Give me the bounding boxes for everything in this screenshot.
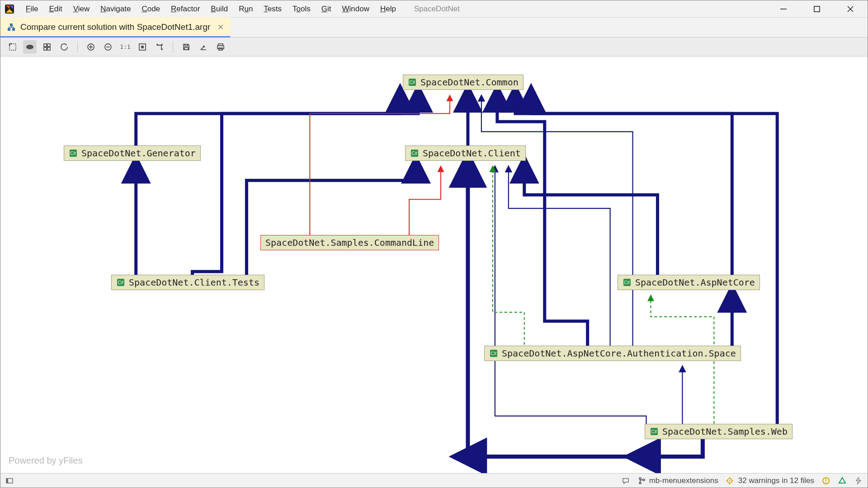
grid-button[interactable] (40, 40, 54, 54)
menu-build[interactable]: Build (205, 3, 233, 15)
menu-git[interactable]: Git (316, 3, 337, 15)
svg-rect-21 (141, 46, 144, 48)
toolbar-separator (173, 42, 173, 52)
svg-point-46 (639, 478, 641, 479)
inspection-indicator-icon[interactable] (821, 476, 830, 485)
svg-rect-45 (6, 479, 8, 483)
menu-refactor[interactable]: Refactor (165, 3, 205, 15)
node-spacedotnet-aspnetcore-auth[interactable]: C# SpaceDotNet.AspNetCore.Authentication… (484, 346, 741, 361)
node-spacedotnet-samples-commandline[interactable]: SpaceDotNet.Samples.CommandLine (260, 235, 439, 250)
actual-size-button[interactable]: 1:1 (118, 40, 132, 54)
svg-rect-2 (814, 6, 820, 12)
save-button[interactable] (179, 40, 193, 54)
menu-bar: File Edit View Navigate Code Refactor Bu… (0, 0, 868, 18)
diagram-canvas[interactable]: C# SpaceDotNet.Common C# SpaceDotNet.Gen… (0, 56, 868, 473)
chat-icon[interactable] (621, 476, 630, 485)
menu-file[interactable]: File (20, 3, 43, 15)
node-label: SpaceDotNet.Samples.CommandLine (265, 237, 434, 248)
node-spacedotnet-generator[interactable]: C# SpaceDotNet.Generator (64, 145, 201, 161)
svg-text:C#: C# (651, 429, 657, 434)
fit-screen-button[interactable] (136, 40, 149, 54)
svg-rect-25 (185, 44, 188, 46)
svg-text:C#: C# (118, 280, 124, 285)
csharp-project-icon: C# (408, 78, 417, 87)
zoom-in-button[interactable] (84, 40, 98, 54)
node-label: SpaceDotNet.Client (423, 148, 521, 159)
csharp-project-icon: C# (623, 278, 632, 287)
svg-text:C#: C# (412, 151, 418, 156)
menu-run[interactable]: Run (233, 3, 258, 15)
svg-rect-52 (826, 479, 826, 481)
edge-clienttests-common (193, 98, 418, 280)
svg-text:C#: C# (624, 280, 630, 285)
build-status-widget[interactable]: 32 warnings in 12 files (726, 476, 814, 485)
svg-rect-12 (47, 44, 50, 47)
lens-button[interactable]: 42 (23, 40, 37, 54)
csharp-project-icon: C# (69, 149, 78, 158)
csharp-project-icon: C# (116, 278, 125, 287)
window-minimize-button[interactable] (777, 3, 790, 15)
svg-rect-26 (184, 47, 188, 50)
node-label: SpaceDotNet.Client.Tests (129, 277, 259, 288)
zoom-out-button[interactable] (101, 40, 115, 54)
app-root: File Edit View Navigate Code Refactor Bu… (0, 0, 868, 488)
window-close-button[interactable] (844, 3, 857, 15)
svg-rect-14 (47, 47, 50, 50)
editor-tab-diagram[interactable]: Compare current solution with SpaceDotNe… (0, 17, 230, 37)
csharp-project-icon: C# (410, 149, 419, 158)
memory-indicator-icon[interactable] (854, 476, 863, 485)
svg-point-50 (729, 480, 730, 481)
node-spacedotnet-client-tests[interactable]: C# SpaceDotNet.Client.Tests (111, 275, 264, 290)
svg-text:C#: C# (71, 151, 76, 156)
menu-edit[interactable]: Edit (43, 3, 67, 15)
svg-text:C#: C# (410, 80, 415, 85)
svg-rect-11 (44, 44, 47, 47)
window-controls (777, 3, 864, 15)
resharper-icon[interactable] (838, 476, 847, 485)
menu-window[interactable]: Window (336, 3, 374, 15)
menu-tests[interactable]: Tests (258, 3, 287, 15)
layout-button[interactable] (153, 40, 166, 54)
edge-aspnetcore-common (515, 98, 732, 280)
svg-point-48 (643, 479, 645, 481)
warnings-label: 32 warnings in 12 files (738, 476, 814, 485)
editor-tab-row: Compare current solution with SpaceDotNe… (0, 18, 868, 38)
menu-navigate[interactable]: Navigate (95, 3, 136, 15)
status-bar: mb-menuextensions 32 warnings in 12 file… (0, 473, 868, 488)
svg-point-47 (639, 482, 641, 484)
selection-mode-button[interactable] (6, 40, 19, 54)
csharp-project-icon: C# (489, 349, 498, 358)
csharp-project-icon: C# (650, 427, 659, 436)
node-spacedotnet-samples-web[interactable]: C# SpaceDotNet.Samples.Web (645, 424, 793, 439)
editor-tab-close-icon[interactable]: ✕ (215, 23, 224, 32)
export-button[interactable] (197, 40, 210, 54)
node-label: SpaceDotNet.Common (420, 77, 519, 88)
svg-rect-13 (44, 47, 47, 50)
print-button[interactable] (214, 40, 227, 54)
tool-window-toggle-icon[interactable] (5, 476, 14, 485)
node-spacedotnet-client[interactable]: C# SpaceDotNet.Client (405, 145, 526, 161)
gear-warning-icon (726, 476, 735, 485)
node-spacedotnet-aspnetcore[interactable]: C# SpaceDotNet.AspNetCore (618, 275, 760, 290)
node-label: SpaceDotNet.Generator (81, 148, 196, 159)
window-maximize-button[interactable] (811, 3, 823, 15)
svg-rect-5 (8, 28, 10, 31)
edge-samplesweb-common (531, 98, 777, 428)
diagram-tab-icon (7, 23, 16, 32)
edge-samplesweb-client-thin (495, 169, 646, 428)
menu-help[interactable]: Help (375, 3, 401, 15)
editor-tab-title: Compare current solution with SpaceDotNe… (20, 22, 210, 32)
menu-tools[interactable]: Tools (287, 3, 316, 15)
edge-cmdline-common (310, 98, 450, 240)
node-label: SpaceDotNet.AspNetCore (635, 277, 755, 288)
project-name-label: SpaceDotNet (414, 5, 460, 14)
refresh-button[interactable] (57, 40, 71, 54)
node-label: SpaceDotNet.AspNetCore.Authentication.Sp… (502, 348, 736, 359)
git-branch-widget[interactable]: mb-menuextensions (637, 476, 718, 485)
svg-text:42: 42 (28, 45, 32, 49)
menu-view[interactable]: View (68, 3, 95, 15)
edge-generator-common (136, 98, 400, 150)
node-spacedotnet-common[interactable]: C# SpaceDotNet.Common (403, 75, 524, 90)
toolbar-separator (77, 42, 78, 52)
menu-code[interactable]: Code (136, 3, 165, 15)
